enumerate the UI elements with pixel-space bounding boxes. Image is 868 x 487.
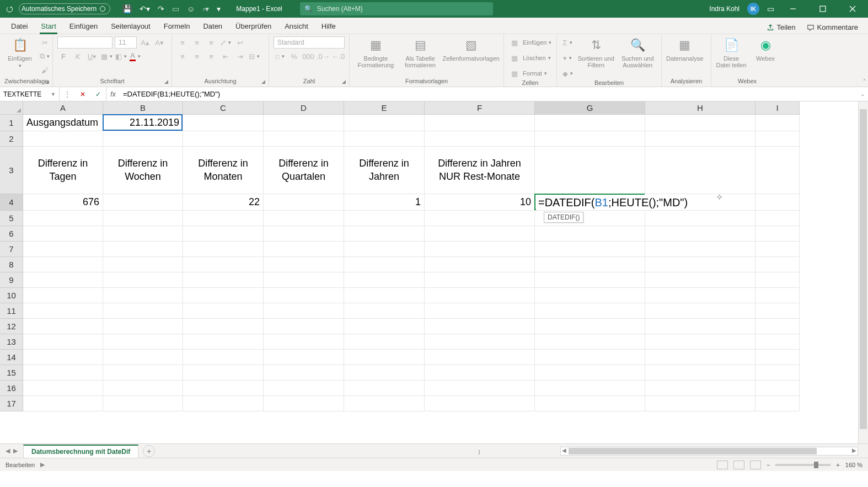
cell[interactable] — [756, 365, 800, 381]
cell[interactable] — [264, 194, 344, 211]
cell[interactable] — [645, 334, 756, 350]
zoom-level[interactable]: 160 % — [845, 462, 862, 468]
cell[interactable] — [425, 365, 535, 381]
row-header[interactable]: 10 — [0, 288, 23, 303]
indent-decrease-icon[interactable]: ⇤ — [219, 50, 232, 62]
cell[interactable] — [645, 131, 756, 147]
paste-button[interactable]: 📋Einfügen▾ — [4, 36, 35, 68]
cell[interactable] — [183, 272, 264, 288]
cell[interactable] — [183, 350, 264, 365]
cell[interactable] — [103, 319, 183, 334]
cell[interactable] — [183, 211, 264, 226]
scroll-right-icon[interactable]: ▶ — [852, 447, 856, 453]
cell[interactable] — [344, 242, 425, 257]
column-header[interactable]: I — [756, 101, 800, 115]
cell[interactable] — [103, 242, 183, 257]
cell-F4[interactable]: 10 — [425, 194, 535, 211]
cell-A1[interactable]: Ausgangsdatum — [23, 115, 103, 131]
row-header[interactable]: 2 — [0, 131, 23, 147]
cell[interactable] — [344, 319, 425, 334]
autosave-back-icon[interactable]: ⭯ — [6, 4, 13, 13]
cell[interactable] — [264, 288, 344, 303]
format-painter-icon[interactable]: 🖌 — [39, 64, 51, 76]
save-icon[interactable]: 💾 — [122, 4, 132, 13]
vertical-scrollbar[interactable] — [858, 101, 868, 443]
cell[interactable] — [756, 131, 800, 147]
cell[interactable] — [756, 334, 800, 350]
cell[interactable] — [425, 350, 535, 365]
percent-icon[interactable]: % — [288, 50, 300, 62]
touch-mode-icon[interactable]: ▭ — [172, 4, 179, 13]
cell[interactable] — [535, 381, 645, 396]
cell[interactable] — [183, 319, 264, 334]
view-page-layout-icon[interactable] — [733, 461, 744, 469]
sheet-tab[interactable]: Datumsberechnung mit DateDif — [23, 445, 138, 458]
bold-button[interactable]: F — [57, 50, 69, 62]
more-functions-icon[interactable]: ⋮ — [60, 90, 75, 98]
cell[interactable] — [23, 131, 103, 147]
ribbon-tab-datei[interactable]: Datei — [4, 19, 34, 34]
maximize-button[interactable] — [812, 0, 834, 18]
cell-E4[interactable]: 1 — [344, 194, 425, 211]
row-header[interactable]: 13 — [0, 334, 23, 350]
cell[interactable] — [23, 396, 103, 411]
format-as-table-button[interactable]: ▤Als Tabelle formatieren — [401, 36, 440, 68]
cell[interactable] — [264, 334, 344, 350]
emoji-icon[interactable]: ☺ — [187, 4, 195, 13]
cell[interactable] — [344, 211, 425, 226]
cell[interactable] — [756, 319, 800, 334]
zoom-out-icon[interactable]: − — [767, 462, 770, 468]
cell[interactable] — [535, 147, 645, 194]
cell-B3[interactable]: Differenz in Wochen — [103, 147, 183, 194]
copy-icon[interactable]: ⧉ — [39, 50, 51, 62]
align-left-icon[interactable]: ≡ — [176, 50, 189, 62]
fill-icon[interactable]: ▾ — [561, 52, 574, 64]
cell[interactable] — [183, 288, 264, 303]
clear-icon[interactable]: ◆ — [561, 67, 574, 79]
cell[interactable] — [425, 211, 535, 226]
cell[interactable] — [425, 115, 535, 131]
cell[interactable] — [344, 226, 425, 242]
select-all-corner[interactable] — [0, 101, 23, 115]
dialog-launcher-icon[interactable]: ◢ — [342, 79, 346, 84]
cell[interactable] — [23, 365, 103, 381]
ribbon-tab-einfügen[interactable]: Einfügen — [63, 19, 104, 34]
cell[interactable] — [425, 288, 535, 303]
cell[interactable] — [344, 272, 425, 288]
search-box[interactable]: 🔍 — [300, 2, 493, 15]
comments-button[interactable]: Kommentare — [801, 21, 864, 34]
cell[interactable] — [23, 350, 103, 365]
cell[interactable] — [103, 381, 183, 396]
row-header[interactable]: 5 — [0, 211, 23, 226]
sheet-nav-prev-icon[interactable]: ◀ — [6, 447, 10, 454]
cell[interactable] — [756, 211, 800, 226]
cell[interactable] — [183, 303, 264, 319]
cell[interactable] — [756, 350, 800, 365]
cell[interactable] — [264, 350, 344, 365]
cell[interactable] — [535, 115, 645, 131]
user-avatar[interactable]: IK — [747, 3, 759, 15]
cell[interactable] — [425, 303, 535, 319]
row-header[interactable]: 4 — [0, 194, 23, 211]
cell-E3[interactable]: Differenz in Jahren — [344, 147, 425, 194]
cell[interactable] — [264, 242, 344, 257]
cell[interactable] — [23, 211, 103, 226]
redo-icon[interactable]: ↷ — [158, 4, 164, 13]
cell[interactable] — [103, 334, 183, 350]
increase-font-icon[interactable]: A▴ — [139, 36, 151, 49]
border-icon[interactable]: ▦ — [100, 50, 112, 62]
ribbon-tab-start[interactable]: Start — [34, 19, 62, 34]
decrease-decimal-icon[interactable]: ←.0 — [332, 50, 345, 62]
column-header[interactable]: H — [645, 101, 756, 115]
cell[interactable] — [425, 381, 535, 396]
formula-input[interactable]: =DATEDIF(B1;HEUTE();"MD")⌄ — [120, 87, 868, 101]
cell[interactable] — [183, 381, 264, 396]
cell[interactable] — [645, 242, 756, 257]
cell[interactable] — [645, 147, 756, 194]
cell-A3[interactable]: Differenz in Tagen — [23, 147, 103, 194]
search-input[interactable] — [317, 5, 489, 13]
cell[interactable] — [103, 350, 183, 365]
wrap-text-icon[interactable]: ↩ — [234, 36, 246, 49]
cell[interactable] — [103, 211, 183, 226]
cell[interactable] — [756, 226, 800, 242]
